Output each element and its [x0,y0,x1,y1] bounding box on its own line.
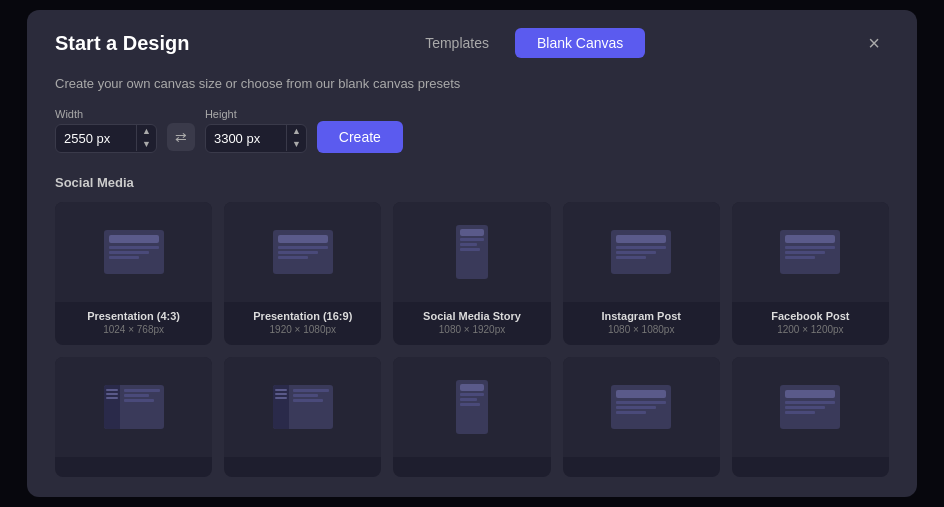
section-social-media-label: Social Media [55,175,889,190]
card-dims-instagram-post: 1080 × 1080px [571,324,712,335]
card-row2-1[interactable] [55,357,212,477]
width-spinners: ▲ ▼ [136,125,156,151]
card-preview-presentation-169 [224,202,381,302]
width-up-button[interactable]: ▲ [137,125,156,138]
card-social-media-story[interactable]: Social Media Story 1080 × 1920px [393,202,550,345]
card-preview-presentation-43 [55,202,212,302]
close-button[interactable]: × [859,28,889,58]
card-row2-2[interactable] [224,357,381,477]
width-label: Width [55,108,157,120]
mini-slide-icon [104,230,164,274]
height-input[interactable] [206,125,286,152]
modal-body: Create your own canvas size or choose fr… [27,58,917,497]
height-spinners: ▲ ▼ [286,125,306,151]
card-presentation-169[interactable]: Presentation (16:9) 1920 × 1080px [224,202,381,345]
cards-grid-row1: Presentation (4:3) 1024 × 768px [55,202,889,345]
height-up-button[interactable]: ▲ [287,125,306,138]
card-preview-social-media-story [393,202,550,302]
card-preview-row2-2 [224,357,381,457]
card-dims-social-media-story: 1080 × 1920px [401,324,542,335]
swap-button[interactable]: ⇄ [167,123,195,151]
card-preview-instagram-post [563,202,720,302]
card-title-instagram-post: Instagram Post [571,310,712,322]
modal-tabs: Templates Blank Canvas [403,28,645,58]
modal-subtitle: Create your own canvas size or choose fr… [55,76,889,91]
card-dims-facebook-post: 1200 × 1200px [740,324,881,335]
canvas-controls: Width ▲ ▼ ⇄ Height ▲ [55,107,889,153]
card-title-facebook-post: Facebook Post [740,310,881,322]
modal-overlay: Start a Design Templates Blank Canvas × … [0,0,944,507]
card-preview-row2-5 [732,357,889,457]
width-input-wrap: ▲ ▼ [55,124,157,153]
modal-header: Start a Design Templates Blank Canvas × [27,10,917,58]
card-preview-row2-3 [393,357,550,457]
card-title-social-media-story: Social Media Story [401,310,542,322]
card-dims-presentation-169: 1920 × 1080px [232,324,373,335]
mini-slide-icon-4 [611,230,671,274]
mini-slide-icon-5 [780,230,840,274]
card-dims-presentation-43: 1024 × 768px [63,324,204,335]
card-presentation-43[interactable]: Presentation (4:3) 1024 × 768px [55,202,212,345]
card-instagram-post[interactable]: Instagram Post 1080 × 1080px [563,202,720,345]
width-input[interactable] [56,125,136,152]
height-down-button[interactable]: ▼ [287,138,306,151]
width-down-button[interactable]: ▼ [137,138,156,151]
create-button[interactable]: Create [317,121,403,153]
height-input-wrap: ▲ ▼ [205,124,307,153]
mini-slide-icon-2 [273,230,333,274]
card-title-presentation-43: Presentation (4:3) [63,310,204,322]
start-design-modal: Start a Design Templates Blank Canvas × … [27,10,917,497]
card-facebook-post[interactable]: Facebook Post 1200 × 1200px [732,202,889,345]
tab-templates[interactable]: Templates [403,28,511,58]
tab-blank-canvas[interactable]: Blank Canvas [515,28,645,58]
card-preview-row2-1 [55,357,212,457]
height-field-group: Height ▲ ▼ [205,108,307,153]
card-preview-facebook-post [732,202,889,302]
card-preview-row2-4 [563,357,720,457]
width-field-group: Width ▲ ▼ [55,108,157,153]
card-title-presentation-169: Presentation (16:9) [232,310,373,322]
height-label: Height [205,108,307,120]
cards-grid-row2 [55,357,889,477]
modal-title: Start a Design [55,32,189,55]
card-row2-3[interactable] [393,357,550,477]
card-row2-5[interactable] [732,357,889,477]
card-row2-4[interactable] [563,357,720,477]
